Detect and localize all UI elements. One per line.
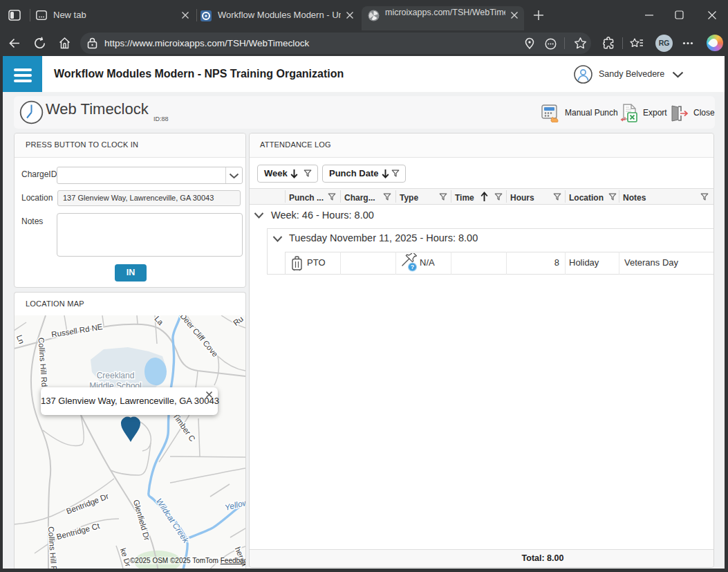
svg-text:?: ? — [411, 264, 415, 270]
svg-text:Creekland: Creekland — [97, 371, 135, 380]
